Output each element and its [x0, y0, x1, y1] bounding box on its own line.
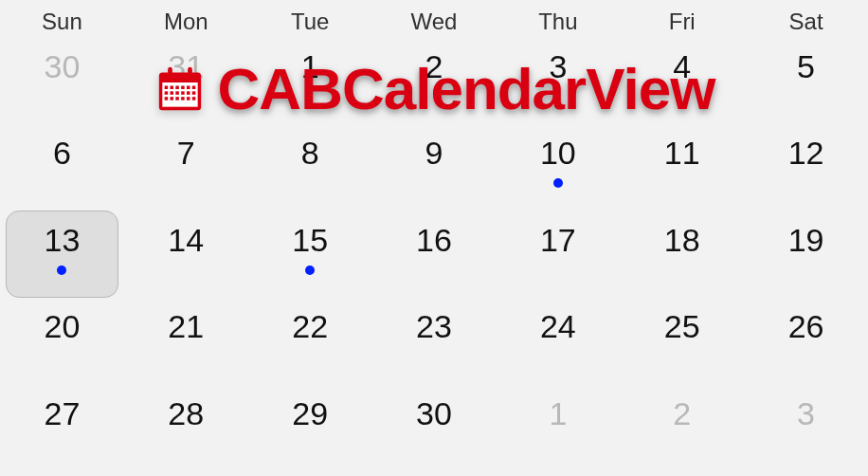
weekday-label: Sun: [0, 0, 124, 43]
day-cell[interactable]: 6: [0, 129, 124, 215]
day-cell[interactable]: 25: [620, 302, 744, 389]
weekday-label: Tue: [248, 0, 372, 43]
day-cell[interactable]: 23: [372, 302, 497, 389]
weekday-label: Fri: [620, 0, 744, 43]
calendar-view: SunMonTueWedThuFriSat 303112345678910111…: [0, 0, 868, 476]
day-cell[interactable]: 22: [248, 302, 372, 389]
week-row: 303112345: [0, 43, 868, 129]
day-cell[interactable]: 27: [0, 390, 124, 476]
week-row: 6789101112: [0, 129, 868, 215]
weekday-label: Thu: [496, 0, 620, 43]
day-number: 8: [301, 137, 319, 169]
day-cell[interactable]: 30: [372, 390, 497, 476]
day-cell[interactable]: 29: [248, 390, 372, 476]
day-number: 23: [416, 310, 452, 342]
day-number: 19: [788, 224, 824, 256]
weekday-label: Sat: [744, 0, 868, 43]
week-row: 27282930123: [0, 390, 868, 476]
day-number: 21: [168, 310, 204, 342]
day-cell[interactable]: 4: [620, 43, 744, 129]
day-number: 13: [45, 224, 81, 256]
day-cell[interactable]: 3: [496, 43, 620, 129]
day-number: 30: [416, 397, 452, 430]
day-number: 2: [425, 50, 443, 82]
event-dot-icon: [553, 178, 563, 188]
day-cell[interactable]: 1: [248, 43, 372, 129]
day-number: 26: [788, 310, 824, 342]
day-number: 22: [292, 310, 328, 342]
day-number: 16: [416, 224, 452, 256]
day-cell[interactable]: 24: [496, 302, 620, 389]
day-cell[interactable]: 14: [124, 216, 248, 302]
day-number: 29: [292, 397, 328, 430]
day-number: 14: [168, 224, 204, 256]
day-number: 4: [673, 50, 691, 82]
day-cell[interactable]: 17: [496, 216, 620, 302]
weekday-label: Wed: [372, 0, 497, 43]
day-cell[interactable]: 12: [744, 129, 868, 215]
day-number: 15: [292, 224, 328, 256]
day-number: 3: [549, 50, 567, 82]
day-number: 1: [549, 397, 567, 430]
week-row: 13141516171819: [0, 216, 868, 302]
day-cell[interactable]: 19: [744, 216, 868, 302]
day-number: 1: [301, 50, 319, 82]
day-cell[interactable]: 26: [744, 302, 868, 389]
day-number: 9: [425, 137, 443, 169]
day-number: 25: [664, 310, 700, 342]
day-cell[interactable]: 21: [124, 302, 248, 389]
day-cell[interactable]: 1: [496, 390, 620, 476]
day-cell[interactable]: 3: [744, 390, 868, 476]
day-cell[interactable]: 30: [0, 43, 124, 129]
day-number: 2: [673, 397, 691, 430]
day-number: 20: [45, 310, 81, 342]
day-cell[interactable]: 7: [124, 129, 248, 215]
day-cell[interactable]: 9: [372, 129, 497, 215]
day-cell[interactable]: 2: [372, 43, 497, 129]
day-number: 28: [168, 397, 204, 430]
day-cell[interactable]: 10: [496, 129, 620, 215]
week-row: 20212223242526: [0, 302, 868, 389]
calendar-grid: 3031123456789101112131415161718192021222…: [0, 43, 868, 476]
day-cell[interactable]: 31: [124, 43, 248, 129]
day-number: 12: [788, 137, 824, 169]
day-number: 5: [797, 50, 815, 82]
day-cell[interactable]: 11: [620, 129, 744, 215]
day-number: 30: [45, 50, 81, 82]
day-number: 27: [45, 397, 81, 430]
day-cell[interactable]: 13: [0, 216, 124, 302]
day-number: 3: [797, 397, 815, 430]
weekday-header-row: SunMonTueWedThuFriSat: [0, 0, 868, 43]
day-cell[interactable]: 5: [744, 43, 868, 129]
day-cell[interactable]: 20: [0, 302, 124, 389]
day-number: 10: [540, 137, 576, 169]
day-cell[interactable]: 15: [248, 216, 372, 302]
day-cell[interactable]: 16: [372, 216, 497, 302]
day-number: 7: [177, 137, 195, 169]
weekday-label: Mon: [124, 0, 248, 43]
day-number: 6: [53, 137, 71, 169]
day-number: 31: [168, 50, 204, 82]
day-number: 24: [540, 310, 576, 342]
day-cell[interactable]: 28: [124, 390, 248, 476]
day-cell[interactable]: 2: [620, 390, 744, 476]
day-number: 18: [664, 224, 700, 256]
event-dot-icon: [57, 265, 66, 275]
day-number: 17: [540, 224, 576, 256]
day-number: 11: [664, 137, 700, 169]
day-cell[interactable]: 8: [248, 129, 372, 215]
event-dot-icon: [305, 265, 315, 275]
day-cell[interactable]: 18: [620, 216, 744, 302]
